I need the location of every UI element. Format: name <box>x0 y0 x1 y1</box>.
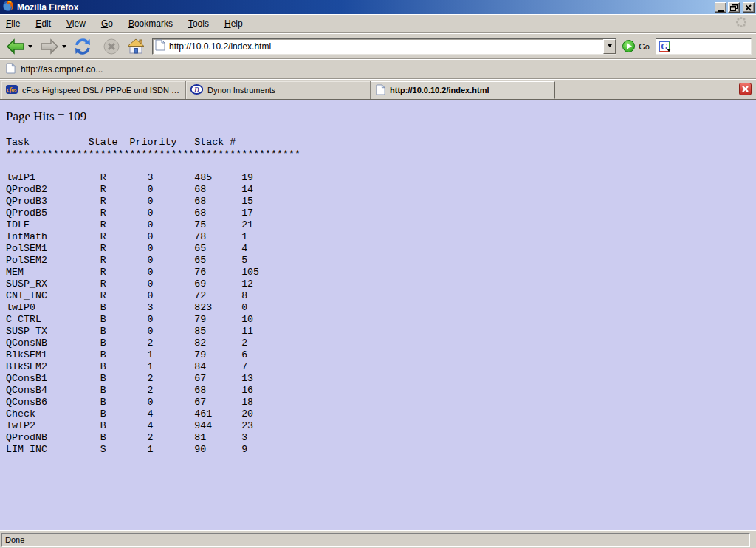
table-cell: B <box>100 373 148 385</box>
table-cell: 8 <box>241 290 247 302</box>
table-cell: 823 <box>194 302 241 314</box>
tab-cfos[interactable]: cfos cFos Highspeed DSL / PPPoE und ISDN… <box>1 81 186 99</box>
table-row: QConsB1B26713 <box>6 373 756 385</box>
table-row: PolSEM1R0654 <box>6 243 756 255</box>
table-cell: 0 <box>147 397 194 408</box>
table-cell: 2 <box>147 385 194 397</box>
close-button[interactable] <box>743 2 755 13</box>
table-cell: 0 <box>147 314 194 326</box>
menu-file[interactable]: File <box>6 18 20 29</box>
bookmark-label: http://as.cmpnet.co... <box>21 64 103 75</box>
page-icon <box>6 63 16 76</box>
table-cell: B <box>100 385 148 397</box>
table-cell: 0 <box>147 255 194 267</box>
forward-dropdown-caret[interactable] <box>62 45 66 50</box>
url-input[interactable] <box>169 40 603 53</box>
stop-button[interactable] <box>102 37 121 56</box>
table-row: SUSP_RXR06912 <box>6 278 756 290</box>
restore-button[interactable] <box>728 2 740 13</box>
reload-button[interactable] <box>72 36 93 57</box>
menu-edit[interactable]: Edit <box>35 18 51 29</box>
table-cell: 65 <box>194 243 241 255</box>
home-button[interactable] <box>126 37 146 55</box>
table-cell: S <box>100 444 148 456</box>
table-cell: 3 <box>241 432 247 444</box>
table-cell: C_CTRL <box>6 314 100 326</box>
table-cell: 1 <box>147 361 194 373</box>
table-rows: lwIP1R348519QProdB2R06814QProdB3R06815QP… <box>6 172 756 456</box>
table-cell: 2 <box>241 338 247 349</box>
close-tab-button[interactable] <box>739 83 752 98</box>
table-cell: 13 <box>241 373 253 385</box>
menu-bookmarks[interactable]: Bookmarks <box>128 18 173 29</box>
table-cell: QProdB5 <box>6 208 100 219</box>
forward-button[interactable] <box>38 37 61 56</box>
table-cell: QConsB4 <box>6 385 100 397</box>
table-cell: lwIP0 <box>6 302 100 314</box>
table-row: IntMathR0781 <box>6 231 756 243</box>
table-cell: B <box>100 432 148 444</box>
dynon-icon: D <box>190 84 203 96</box>
tab-index-html-active[interactable]: http://10.0.10.2/index.html <box>371 81 555 99</box>
column-header-stack: Stack # <box>194 137 236 148</box>
search-input[interactable] <box>670 40 751 53</box>
table-row: QConsNBB2822 <box>6 338 756 349</box>
table-cell: PolSEM2 <box>6 255 100 267</box>
google-search-icon[interactable]: G <box>659 41 670 52</box>
table-cell: IDLE <box>6 219 100 231</box>
table-cell: 6 <box>241 349 247 361</box>
table-cell: R <box>100 196 148 208</box>
document-icon <box>376 84 385 97</box>
tab-bar: cfos cFos Highspeed DSL / PPPoE und ISDN… <box>0 79 756 100</box>
table-cell: 68 <box>194 208 241 219</box>
tab-dynon[interactable]: D Dynon Instruments <box>186 81 371 99</box>
table-cell: 0 <box>241 302 247 314</box>
table-cell: 11 <box>241 326 253 338</box>
table-cell: B <box>100 314 148 326</box>
table-row: QProdNBB2813 <box>6 432 756 444</box>
back-button[interactable] <box>4 37 27 56</box>
table-cell: 0 <box>147 290 194 302</box>
table-cell: R <box>100 172 148 184</box>
firefox-icon <box>2 0 14 15</box>
menu-help[interactable]: Help <box>224 18 243 29</box>
table-header: Task State Priority Stack # <box>6 137 756 148</box>
cfos-icon: cfos <box>6 83 18 97</box>
table-cell: 18 <box>241 397 253 408</box>
page-hits-text: Page Hits = 109 <box>6 109 756 124</box>
table-cell: B <box>100 349 148 361</box>
url-dropdown-button[interactable] <box>603 39 616 54</box>
table-cell: 17 <box>241 208 253 219</box>
menu-go[interactable]: Go <box>101 18 113 29</box>
table-cell: QConsNB <box>6 338 100 349</box>
table-cell: B <box>100 338 148 349</box>
table-cell: BlkSEM1 <box>6 349 100 361</box>
table-cell: 3 <box>147 302 194 314</box>
go-label: Go <box>639 42 650 51</box>
bookmark-item[interactable]: http://as.cmpnet.co... <box>6 63 103 76</box>
table-cell: 0 <box>147 326 194 338</box>
table-cell: 14 <box>241 184 253 196</box>
table-cell: 4 <box>241 243 247 255</box>
column-header-priority: Priority <box>130 137 195 148</box>
table-row: QConsB6B06718 <box>6 397 756 408</box>
table-cell: 0 <box>147 208 194 219</box>
task-table: Task State Priority Stack # ************… <box>6 137 756 456</box>
table-cell: 15 <box>241 196 253 208</box>
menu-view[interactable]: View <box>66 18 86 29</box>
table-cell: 0 <box>147 184 194 196</box>
forward-icon <box>40 38 59 55</box>
back-icon <box>6 38 25 55</box>
go-button[interactable]: Go <box>622 40 650 52</box>
table-cell: LIM_INC <box>6 444 100 456</box>
table-cell: 4 <box>147 420 194 432</box>
svg-text:cfos: cfos <box>7 86 16 93</box>
back-dropdown-caret[interactable] <box>28 45 32 50</box>
table-cell: CNT_INC <box>6 290 100 302</box>
tab-strip-filler <box>555 81 739 99</box>
minimize-button[interactable] <box>715 2 726 13</box>
table-cell: BlkSEM2 <box>6 361 100 373</box>
svg-text:D: D <box>193 86 199 94</box>
menu-tools[interactable]: Tools <box>188 18 209 29</box>
table-cell: R <box>100 208 148 219</box>
